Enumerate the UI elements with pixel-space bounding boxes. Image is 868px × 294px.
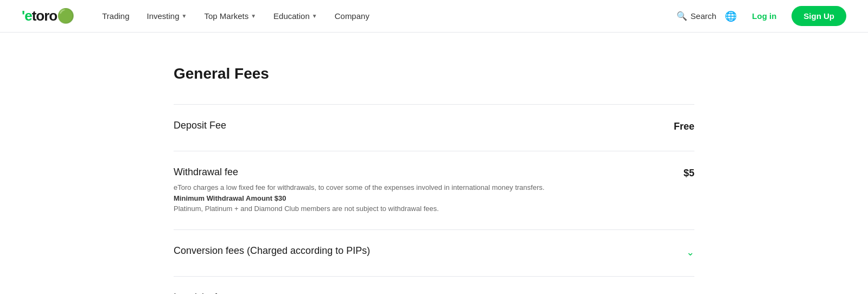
fee-row-deposit: Deposit Fee Free	[174, 104, 694, 151]
nav-label-investing: Investing	[147, 11, 180, 21]
fee-description-withdrawal: eToro charges a low fixed fee for withdr…	[174, 182, 597, 214]
nav-label-top-markets: Top Markets	[204, 11, 248, 21]
signup-button[interactable]: Sign Up	[792, 6, 846, 26]
logo-icon: 'e	[22, 8, 32, 24]
fee-label-withdrawal: Withdrawal fee	[174, 167, 662, 178]
nav-item-top-markets[interactable]: Top Markets ▼	[197, 7, 263, 25]
fee-row-conversion[interactable]: Conversion fees (Charged according to PI…	[174, 230, 694, 277]
nav-label-company: Company	[335, 11, 369, 21]
fee-label-conversion: Conversion fees (Charged according to PI…	[174, 245, 665, 257]
nav-links: Trading Investing ▼ Top Markets ▼ Educat…	[95, 7, 676, 25]
fee-left-deposit: Deposit Fee	[174, 120, 652, 136]
chevron-down-icon: ▼	[182, 13, 187, 19]
nav-item-trading[interactable]: Trading	[95, 7, 136, 25]
search-area[interactable]: 🔍 Search	[676, 11, 717, 21]
nav-label-education: Education	[273, 11, 310, 21]
fee-desc-bold: Minimum Withdrawal Amount $30	[174, 194, 286, 202]
nav-item-company[interactable]: Company	[328, 7, 376, 25]
fee-row-inactivity: Inactivity fee After 12 months with no l…	[174, 277, 694, 295]
fee-label-inactivity: Inactivity fee	[174, 292, 624, 295]
fee-left-inactivity: Inactivity fee After 12 months with no l…	[174, 292, 624, 295]
page-title: General Fees	[174, 65, 694, 82]
nav-right: 🔍 Search 🌐 Log in Sign Up	[676, 6, 846, 26]
fee-value-inactivity: $10/Month	[646, 292, 694, 295]
navbar: 'etoro🟢 Trading Investing ▼ Top Markets …	[0, 0, 868, 33]
chevron-down-icon: ⌄	[686, 245, 694, 258]
fee-value-withdrawal: $5	[684, 167, 694, 179]
fee-row-withdrawal: Withdrawal fee eToro charges a low fixed…	[174, 151, 694, 230]
fee-left-withdrawal: Withdrawal fee eToro charges a low fixed…	[174, 167, 662, 214]
login-button[interactable]: Log in	[745, 7, 783, 25]
fee-value-deposit: Free	[674, 120, 694, 132]
fee-left-conversion: Conversion fees (Charged according to PI…	[174, 245, 665, 261]
main-content: General Fees Deposit Fee Free Withdrawal…	[163, 33, 705, 294]
chevron-down-icon: ▼	[251, 13, 256, 19]
fee-desc-line2: Platinum, Platinum + and Diamond Club me…	[174, 204, 439, 213]
globe-icon[interactable]: 🌐	[725, 10, 737, 22]
logo[interactable]: 'etoro🟢	[22, 8, 74, 24]
search-icon: 🔍	[676, 11, 687, 21]
nav-item-investing[interactable]: Investing ▼	[141, 7, 194, 25]
fee-label-deposit: Deposit Fee	[174, 120, 652, 131]
fee-desc-line1: eToro charges a low fixed fee for withdr…	[174, 183, 545, 191]
chevron-down-icon: ▼	[312, 13, 317, 19]
nav-item-education[interactable]: Education ▼	[267, 7, 324, 25]
search-label: Search	[691, 11, 717, 21]
nav-label-trading: Trading	[102, 11, 129, 21]
